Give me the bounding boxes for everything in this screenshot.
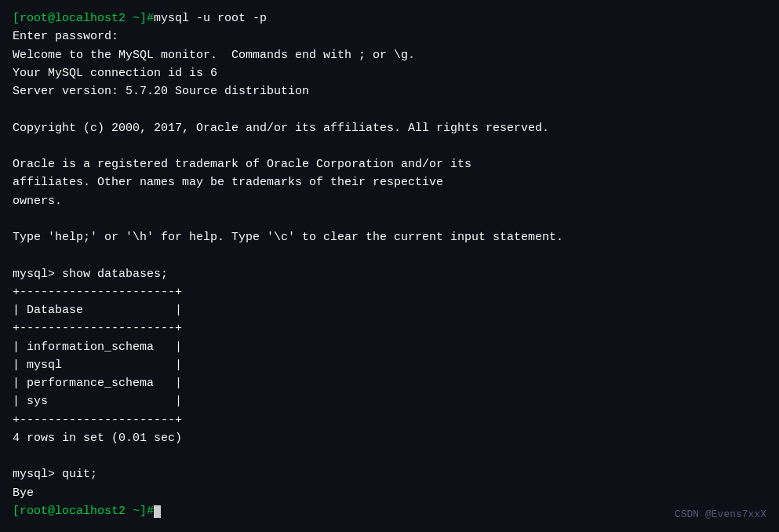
line-16-table: +----------------------+ xyxy=(13,283,766,301)
prompt-1: [root@localhost2 ~]# xyxy=(13,12,154,25)
line-3: Welcome to the MySQL monitor. Commands e… xyxy=(13,46,766,64)
line-28-prompt: [root@localhost2 ~]# xyxy=(13,502,766,520)
line-5: Server version: 5.7.20 Source distributi… xyxy=(13,82,766,100)
line-25-blank xyxy=(13,447,766,465)
line-13: Type 'help;' or '\h' for help. Type '\c'… xyxy=(13,228,766,246)
watermark: CSDN @Evens7xxX xyxy=(675,507,766,523)
line-18-table: +----------------------+ xyxy=(13,319,766,337)
line-15-mysql: mysql> show databases; xyxy=(13,265,766,283)
terminal-window[interactable]: [root@localhost2 ~]#mysql -u root -p Ent… xyxy=(0,0,779,532)
line-9: Oracle is a registered trademark of Orac… xyxy=(13,155,766,173)
line-23-table: +----------------------+ xyxy=(13,411,766,429)
line-2: Enter password: xyxy=(13,27,766,46)
line-14-blank xyxy=(13,246,766,264)
line-22-table: | sys | xyxy=(13,392,766,410)
line-17-table: | Database | xyxy=(13,301,766,319)
line-8-blank xyxy=(13,137,766,155)
line-20-table: | mysql | xyxy=(13,356,766,374)
line-19-table: | information_schema | xyxy=(13,338,766,356)
command-1: mysql -u root -p xyxy=(154,12,267,25)
line-6-blank xyxy=(13,100,766,118)
line-11: owners. xyxy=(13,192,766,210)
final-prompt: [root@localhost2 ~]# xyxy=(13,505,154,518)
line-4: Your MySQL connection id is 6 xyxy=(13,64,766,82)
cursor-block xyxy=(154,505,161,518)
line-1: [root@localhost2 ~]#mysql -u root -p xyxy=(13,9,766,27)
line-12-blank xyxy=(13,210,766,228)
line-26-mysql: mysql> quit; xyxy=(13,465,766,483)
line-10: affiliates. Other names may be trademark… xyxy=(13,173,766,191)
line-24: 4 rows in set (0.01 sec) xyxy=(13,429,766,447)
terminal-output: [root@localhost2 ~]#mysql -u root -p Ent… xyxy=(13,9,766,520)
line-7: Copyright (c) 2000, 2017, Oracle and/or … xyxy=(13,119,766,137)
line-27: Bye xyxy=(13,484,766,502)
line-21-table: | performance_schema | xyxy=(13,374,766,392)
